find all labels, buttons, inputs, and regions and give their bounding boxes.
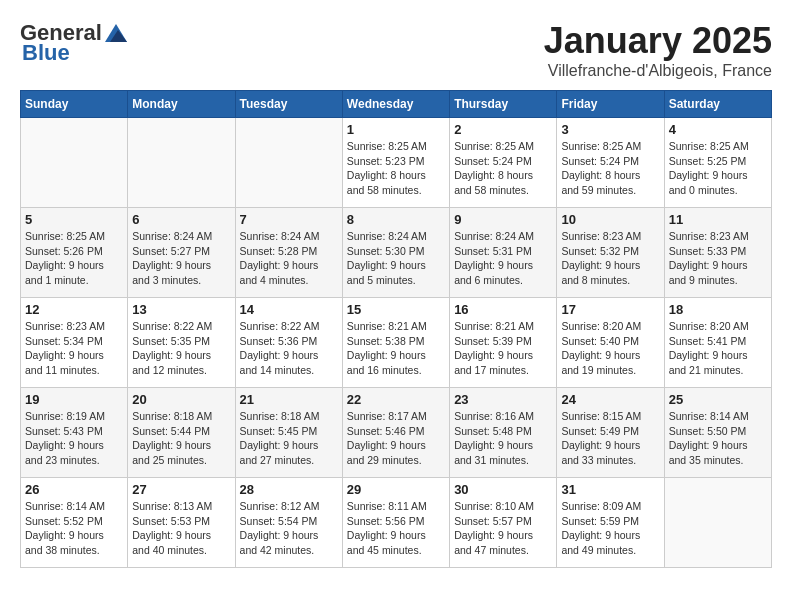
day-info: Sunrise: 8:22 AM Sunset: 5:36 PM Dayligh…	[240, 319, 338, 378]
calendar-cell	[664, 478, 771, 568]
calendar-week-row: 19Sunrise: 8:19 AM Sunset: 5:43 PM Dayli…	[21, 388, 772, 478]
day-number: 2	[454, 122, 552, 137]
day-info: Sunrise: 8:17 AM Sunset: 5:46 PM Dayligh…	[347, 409, 445, 468]
day-info: Sunrise: 8:10 AM Sunset: 5:57 PM Dayligh…	[454, 499, 552, 558]
calendar-cell: 1Sunrise: 8:25 AM Sunset: 5:23 PM Daylig…	[342, 118, 449, 208]
day-info: Sunrise: 8:18 AM Sunset: 5:45 PM Dayligh…	[240, 409, 338, 468]
day-info: Sunrise: 8:12 AM Sunset: 5:54 PM Dayligh…	[240, 499, 338, 558]
weekday-header-saturday: Saturday	[664, 91, 771, 118]
page-header: General Blue January 2025 Villefranche-d…	[20, 20, 772, 80]
calendar-cell: 28Sunrise: 8:12 AM Sunset: 5:54 PM Dayli…	[235, 478, 342, 568]
day-number: 9	[454, 212, 552, 227]
day-number: 4	[669, 122, 767, 137]
calendar-cell: 10Sunrise: 8:23 AM Sunset: 5:32 PM Dayli…	[557, 208, 664, 298]
day-info: Sunrise: 8:22 AM Sunset: 5:35 PM Dayligh…	[132, 319, 230, 378]
day-number: 5	[25, 212, 123, 227]
day-info: Sunrise: 8:25 AM Sunset: 5:23 PM Dayligh…	[347, 139, 445, 198]
weekday-header-tuesday: Tuesday	[235, 91, 342, 118]
day-number: 28	[240, 482, 338, 497]
weekday-header-thursday: Thursday	[450, 91, 557, 118]
day-info: Sunrise: 8:18 AM Sunset: 5:44 PM Dayligh…	[132, 409, 230, 468]
day-number: 6	[132, 212, 230, 227]
day-number: 22	[347, 392, 445, 407]
day-info: Sunrise: 8:25 AM Sunset: 5:25 PM Dayligh…	[669, 139, 767, 198]
day-info: Sunrise: 8:11 AM Sunset: 5:56 PM Dayligh…	[347, 499, 445, 558]
weekday-header-wednesday: Wednesday	[342, 91, 449, 118]
weekday-header-row: SundayMondayTuesdayWednesdayThursdayFrid…	[21, 91, 772, 118]
day-number: 13	[132, 302, 230, 317]
calendar-cell	[128, 118, 235, 208]
day-info: Sunrise: 8:19 AM Sunset: 5:43 PM Dayligh…	[25, 409, 123, 468]
day-number: 31	[561, 482, 659, 497]
day-info: Sunrise: 8:25 AM Sunset: 5:24 PM Dayligh…	[454, 139, 552, 198]
calendar-cell: 15Sunrise: 8:21 AM Sunset: 5:38 PM Dayli…	[342, 298, 449, 388]
calendar-cell	[21, 118, 128, 208]
day-info: Sunrise: 8:20 AM Sunset: 5:41 PM Dayligh…	[669, 319, 767, 378]
day-number: 26	[25, 482, 123, 497]
day-number: 3	[561, 122, 659, 137]
day-info: Sunrise: 8:21 AM Sunset: 5:39 PM Dayligh…	[454, 319, 552, 378]
calendar-cell: 4Sunrise: 8:25 AM Sunset: 5:25 PM Daylig…	[664, 118, 771, 208]
calendar-cell: 27Sunrise: 8:13 AM Sunset: 5:53 PM Dayli…	[128, 478, 235, 568]
day-info: Sunrise: 8:21 AM Sunset: 5:38 PM Dayligh…	[347, 319, 445, 378]
calendar-cell: 17Sunrise: 8:20 AM Sunset: 5:40 PM Dayli…	[557, 298, 664, 388]
day-number: 23	[454, 392, 552, 407]
day-info: Sunrise: 8:23 AM Sunset: 5:33 PM Dayligh…	[669, 229, 767, 288]
day-number: 17	[561, 302, 659, 317]
day-info: Sunrise: 8:23 AM Sunset: 5:34 PM Dayligh…	[25, 319, 123, 378]
day-info: Sunrise: 8:14 AM Sunset: 5:52 PM Dayligh…	[25, 499, 123, 558]
day-info: Sunrise: 8:20 AM Sunset: 5:40 PM Dayligh…	[561, 319, 659, 378]
title-block: January 2025 Villefranche-d'Albigeois, F…	[544, 20, 772, 80]
calendar-cell: 5Sunrise: 8:25 AM Sunset: 5:26 PM Daylig…	[21, 208, 128, 298]
day-info: Sunrise: 8:23 AM Sunset: 5:32 PM Dayligh…	[561, 229, 659, 288]
calendar-cell: 18Sunrise: 8:20 AM Sunset: 5:41 PM Dayli…	[664, 298, 771, 388]
day-number: 29	[347, 482, 445, 497]
calendar-cell: 11Sunrise: 8:23 AM Sunset: 5:33 PM Dayli…	[664, 208, 771, 298]
day-number: 11	[669, 212, 767, 227]
day-number: 1	[347, 122, 445, 137]
calendar-cell: 6Sunrise: 8:24 AM Sunset: 5:27 PM Daylig…	[128, 208, 235, 298]
calendar-cell: 9Sunrise: 8:24 AM Sunset: 5:31 PM Daylig…	[450, 208, 557, 298]
calendar-cell: 19Sunrise: 8:19 AM Sunset: 5:43 PM Dayli…	[21, 388, 128, 478]
calendar-week-row: 12Sunrise: 8:23 AM Sunset: 5:34 PM Dayli…	[21, 298, 772, 388]
calendar-cell: 22Sunrise: 8:17 AM Sunset: 5:46 PM Dayli…	[342, 388, 449, 478]
calendar-cell: 14Sunrise: 8:22 AM Sunset: 5:36 PM Dayli…	[235, 298, 342, 388]
day-number: 19	[25, 392, 123, 407]
weekday-header-friday: Friday	[557, 91, 664, 118]
calendar-cell: 26Sunrise: 8:14 AM Sunset: 5:52 PM Dayli…	[21, 478, 128, 568]
day-number: 10	[561, 212, 659, 227]
calendar-cell: 31Sunrise: 8:09 AM Sunset: 5:59 PM Dayli…	[557, 478, 664, 568]
calendar-cell: 20Sunrise: 8:18 AM Sunset: 5:44 PM Dayli…	[128, 388, 235, 478]
calendar-cell: 21Sunrise: 8:18 AM Sunset: 5:45 PM Dayli…	[235, 388, 342, 478]
day-info: Sunrise: 8:14 AM Sunset: 5:50 PM Dayligh…	[669, 409, 767, 468]
day-number: 24	[561, 392, 659, 407]
calendar-cell: 8Sunrise: 8:24 AM Sunset: 5:30 PM Daylig…	[342, 208, 449, 298]
day-info: Sunrise: 8:13 AM Sunset: 5:53 PM Dayligh…	[132, 499, 230, 558]
day-number: 16	[454, 302, 552, 317]
logo-icon	[105, 24, 127, 42]
day-info: Sunrise: 8:25 AM Sunset: 5:26 PM Dayligh…	[25, 229, 123, 288]
calendar-cell	[235, 118, 342, 208]
day-number: 18	[669, 302, 767, 317]
calendar-week-row: 26Sunrise: 8:14 AM Sunset: 5:52 PM Dayli…	[21, 478, 772, 568]
calendar: SundayMondayTuesdayWednesdayThursdayFrid…	[20, 90, 772, 568]
calendar-cell: 3Sunrise: 8:25 AM Sunset: 5:24 PM Daylig…	[557, 118, 664, 208]
day-number: 8	[347, 212, 445, 227]
calendar-cell: 12Sunrise: 8:23 AM Sunset: 5:34 PM Dayli…	[21, 298, 128, 388]
day-info: Sunrise: 8:24 AM Sunset: 5:27 PM Dayligh…	[132, 229, 230, 288]
day-info: Sunrise: 8:16 AM Sunset: 5:48 PM Dayligh…	[454, 409, 552, 468]
location: Villefranche-d'Albigeois, France	[544, 62, 772, 80]
day-info: Sunrise: 8:24 AM Sunset: 5:30 PM Dayligh…	[347, 229, 445, 288]
calendar-cell: 23Sunrise: 8:16 AM Sunset: 5:48 PM Dayli…	[450, 388, 557, 478]
day-number: 14	[240, 302, 338, 317]
day-info: Sunrise: 8:15 AM Sunset: 5:49 PM Dayligh…	[561, 409, 659, 468]
day-number: 20	[132, 392, 230, 407]
day-number: 21	[240, 392, 338, 407]
calendar-cell: 30Sunrise: 8:10 AM Sunset: 5:57 PM Dayli…	[450, 478, 557, 568]
logo-blue: Blue	[22, 40, 70, 66]
day-info: Sunrise: 8:25 AM Sunset: 5:24 PM Dayligh…	[561, 139, 659, 198]
calendar-cell: 13Sunrise: 8:22 AM Sunset: 5:35 PM Dayli…	[128, 298, 235, 388]
logo: General Blue	[20, 20, 127, 66]
calendar-cell: 2Sunrise: 8:25 AM Sunset: 5:24 PM Daylig…	[450, 118, 557, 208]
calendar-week-row: 5Sunrise: 8:25 AM Sunset: 5:26 PM Daylig…	[21, 208, 772, 298]
